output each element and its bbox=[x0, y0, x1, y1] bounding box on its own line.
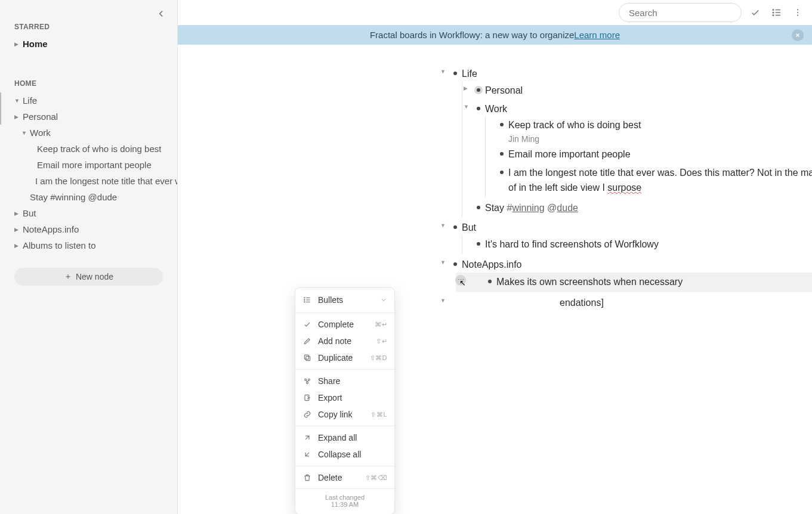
chevron-down-icon bbox=[380, 296, 387, 304]
chevron-right-icon: ▶ bbox=[14, 243, 20, 249]
separator bbox=[295, 369, 394, 370]
sidebar-item-label: Stay #winning @dude bbox=[30, 192, 117, 202]
ctx-export[interactable]: Export bbox=[295, 389, 394, 406]
duplicate-icon bbox=[302, 354, 312, 362]
svg-point-13 bbox=[308, 379, 310, 380]
banner-close-button[interactable] bbox=[792, 29, 804, 41]
bullet-icon[interactable] bbox=[477, 88, 480, 92]
active-node-row[interactable]: ⋯ ↖ Makes its own screenshots when neces… bbox=[456, 273, 812, 292]
separator bbox=[295, 466, 394, 466]
node-more-handle[interactable]: ⋯ bbox=[455, 275, 466, 286]
node-text-obscured[interactable]: endations] bbox=[462, 296, 812, 311]
chevron-right-icon: ▶ bbox=[14, 210, 20, 216]
check-icon[interactable] bbox=[748, 5, 763, 20]
node-text[interactable]: I am the longest note title that ever wa… bbox=[508, 166, 812, 196]
pencil-icon bbox=[302, 337, 312, 345]
bullet-icon[interactable] bbox=[453, 225, 457, 229]
header bbox=[178, 0, 812, 25]
sidebar-item-but[interactable]: ▶ But bbox=[0, 205, 177, 221]
collapse-toggle[interactable]: ▶ bbox=[464, 85, 468, 91]
bullet-icon[interactable] bbox=[477, 242, 480, 246]
sidebar-item-noteapps[interactable]: ▶ NoteApps.info bbox=[0, 221, 177, 237]
banner-link[interactable]: Learn more bbox=[574, 30, 620, 40]
sidebar-item-label: Albums to listen to bbox=[23, 240, 96, 250]
export-icon bbox=[302, 394, 312, 402]
bullet-icon[interactable] bbox=[453, 72, 457, 75]
svg-point-8 bbox=[304, 299, 305, 300]
svg-point-5 bbox=[797, 12, 798, 13]
ctx-expand-all[interactable]: Expand all bbox=[295, 429, 394, 446]
announcement-banner: Fractal boards in Workflowy: a new way t… bbox=[178, 25, 812, 45]
sidebar-item-label: Home bbox=[23, 39, 48, 49]
share-icon bbox=[302, 377, 312, 385]
collapse-toggle[interactable]: ▼ bbox=[440, 222, 446, 228]
close-icon bbox=[795, 32, 801, 38]
ctx-copy-link[interactable]: Copy link ⇧⌘L bbox=[295, 406, 394, 423]
collapse-toggle[interactable]: ▼ bbox=[440, 298, 446, 304]
node-text[interactable]: NoteApps.info bbox=[462, 258, 812, 273]
starred-heading: STARRED bbox=[0, 7, 177, 36]
mention[interactable]: dude bbox=[557, 203, 578, 213]
list-icon bbox=[302, 296, 312, 304]
sidebar-back-button[interactable] bbox=[156, 8, 166, 19]
bullet-icon[interactable] bbox=[477, 206, 480, 209]
node-note[interactable]: Jin Ming bbox=[508, 134, 812, 144]
collapse-toggle[interactable]: ▼ bbox=[440, 259, 446, 265]
node-text[interactable]: Life bbox=[462, 67, 812, 82]
node-text[interactable]: Keep track of who is doing best bbox=[508, 118, 812, 133]
ctx-collapse-all[interactable]: Collapse all bbox=[295, 446, 394, 463]
node-text[interactable]: Makes its own screenshots when necessary bbox=[496, 275, 812, 290]
ctx-add-note[interactable]: Add note ⇧↵ bbox=[295, 333, 394, 349]
node-text[interactable]: Stay #winning @dude bbox=[485, 201, 812, 216]
bullet-icon[interactable] bbox=[500, 152, 504, 156]
svg-point-3 bbox=[773, 15, 774, 16]
node-text[interactable]: Email more important people bbox=[508, 147, 812, 162]
svg-point-6 bbox=[797, 15, 798, 16]
more-vertical-icon[interactable] bbox=[791, 5, 805, 20]
chevron-right-icon: ▶ bbox=[14, 41, 20, 47]
node-text[interactable]: It's hard to find screenshots of Worfklo… bbox=[485, 237, 812, 252]
plus-icon: ＋ bbox=[64, 271, 72, 282]
svg-point-1 bbox=[773, 10, 774, 11]
sidebar-item-label: Life bbox=[23, 95, 37, 106]
sidebar-item-label: I am the longest note title that ever wa… bbox=[35, 176, 177, 186]
node-text[interactable]: Personal bbox=[485, 83, 812, 98]
svg-point-12 bbox=[305, 379, 307, 380]
hashtag[interactable]: winning bbox=[512, 203, 544, 213]
bullet-icon[interactable] bbox=[500, 123, 504, 126]
bullet-icon[interactable] bbox=[500, 171, 504, 174]
sidebar-item-label: NoteApps.info bbox=[23, 224, 79, 234]
ctx-share[interactable]: Share bbox=[295, 373, 394, 389]
collapse-toggle[interactable]: ▼ bbox=[440, 69, 446, 75]
sidebar-item-life[interactable]: ▼ Life bbox=[0, 92, 177, 109]
sidebar-item-personal[interactable]: ▶ Personal bbox=[0, 109, 177, 125]
collapse-toggle[interactable]: ▼ bbox=[464, 104, 469, 110]
sidebar-item-label: But bbox=[23, 208, 36, 218]
bullet-icon[interactable] bbox=[477, 107, 480, 110]
sidebar-item-work[interactable]: ▼ Work bbox=[0, 125, 177, 141]
starred-item-home[interactable]: ▶ Home bbox=[0, 36, 177, 52]
node-text[interactable]: Work bbox=[485, 102, 812, 117]
sidebar-item-work-child[interactable]: ▶ Keep track of who is doing best bbox=[0, 141, 177, 157]
node-text[interactable]: But bbox=[462, 221, 812, 236]
new-node-button[interactable]: ＋ New node bbox=[14, 268, 163, 286]
search-box[interactable] bbox=[619, 3, 742, 22]
sidebar-item-stay[interactable]: ▶ Stay #winning @dude bbox=[0, 189, 177, 205]
ctx-duplicate[interactable]: Duplicate ⇧⌘D bbox=[295, 349, 394, 366]
home-heading: HOME bbox=[0, 52, 177, 92]
ctx-view-type[interactable]: Bullets bbox=[295, 292, 394, 309]
bullet-icon[interactable] bbox=[488, 280, 492, 283]
bullet-icon[interactable] bbox=[453, 262, 457, 266]
chevron-right-icon: ▶ bbox=[14, 227, 20, 233]
ctx-delete[interactable]: Delete ⇧⌘⌫ bbox=[295, 469, 394, 486]
list-icon[interactable] bbox=[769, 5, 785, 20]
ctx-footer: Last changed 11:39 AM bbox=[295, 488, 394, 510]
ctx-complete[interactable]: Complete ⌘↵ bbox=[295, 316, 394, 333]
separator bbox=[295, 312, 394, 313]
sidebar-item-work-child[interactable]: ▶ Email more important people bbox=[0, 157, 177, 173]
sidebar-item-label: Work bbox=[30, 128, 51, 138]
sidebar-item-work-child[interactable]: ▶ I am the longest note title that ever … bbox=[0, 173, 177, 189]
sidebar-item-albums[interactable]: ▶ Albums to listen to bbox=[0, 237, 177, 253]
ctx-label: Bullets bbox=[318, 295, 343, 305]
search-input[interactable] bbox=[629, 8, 742, 18]
